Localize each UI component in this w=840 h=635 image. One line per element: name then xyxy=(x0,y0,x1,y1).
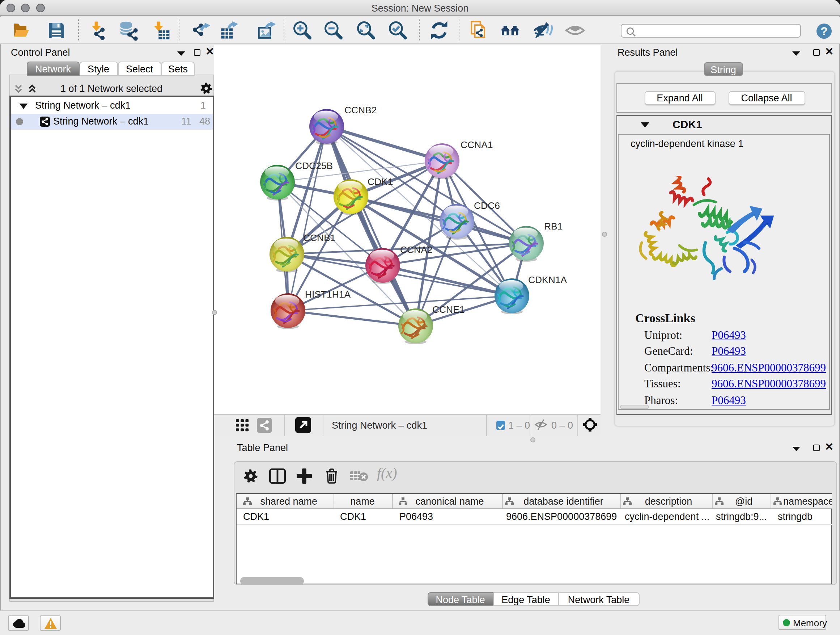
svg-text:CCNA2: CCNA2 xyxy=(400,244,432,255)
svg-text:CCNB2: CCNB2 xyxy=(344,104,377,115)
svg-text:?: ? xyxy=(821,25,828,38)
svg-text:CCNB1: CCNB1 xyxy=(303,232,335,243)
svg-text:CDK1: CDK1 xyxy=(368,176,393,187)
svg-text:HIST1H1A: HIST1H1A xyxy=(305,288,351,299)
svg-text:CCNE1: CCNE1 xyxy=(432,304,464,315)
svg-text:CDKN1A: CDKN1A xyxy=(528,274,567,285)
svg-text:CDC25B: CDC25B xyxy=(295,160,333,171)
svg-text:CCNA1: CCNA1 xyxy=(461,139,493,150)
svg-text:CDC6: CDC6 xyxy=(474,200,500,211)
svg-text:RB1: RB1 xyxy=(544,220,562,231)
